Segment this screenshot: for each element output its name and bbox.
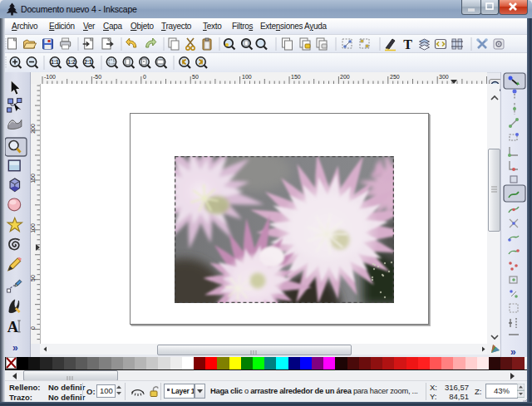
svg-text:200: 200 xyxy=(30,124,36,134)
svg-text:1:1: 1:1 xyxy=(51,59,59,65)
svg-text:-50: -50 xyxy=(93,74,101,80)
svg-text:150: 150 xyxy=(291,74,301,80)
svg-text:200: 200 xyxy=(340,74,350,80)
svg-text:250: 250 xyxy=(390,74,400,80)
svg-text:0: 0 xyxy=(30,326,36,330)
svg-text:300: 300 xyxy=(439,74,449,80)
svg-text:1:2: 1:2 xyxy=(67,59,76,65)
svg-text:0: 0 xyxy=(143,74,146,80)
svg-text:150: 150 xyxy=(30,174,36,183)
svg-text:100: 100 xyxy=(30,223,36,233)
svg-text:-100: -100 xyxy=(44,74,56,80)
svg-text:»: » xyxy=(510,346,516,357)
svg-text:A: A xyxy=(7,319,19,335)
svg-text:50: 50 xyxy=(30,275,36,281)
svg-text:»: » xyxy=(12,342,18,354)
svg-text:2:1: 2:1 xyxy=(84,59,92,65)
svg-text:100: 100 xyxy=(242,74,252,80)
svg-text:T: T xyxy=(403,37,412,51)
svg-text:50: 50 xyxy=(192,74,199,80)
